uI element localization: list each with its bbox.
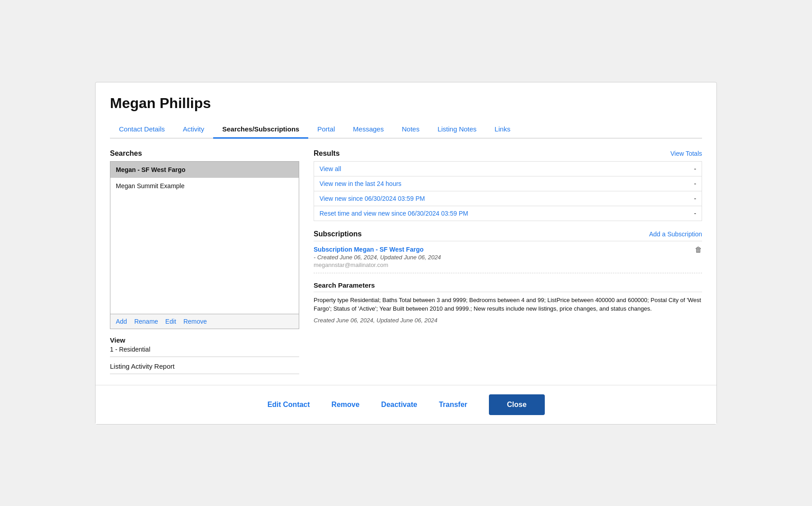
tab-bar: Contact Details Activity Searches/Subscr… bbox=[110, 121, 702, 139]
subscriptions-header: Subscriptions Add a Subscription bbox=[314, 230, 702, 241]
rename-search-button[interactable]: Rename bbox=[134, 318, 158, 325]
subscription-item-0: Subscription Megan - SF West Fargo - Cre… bbox=[314, 246, 702, 273]
result-dash-0: - bbox=[694, 165, 696, 172]
edit-contact-button[interactable]: Edit Contact bbox=[267, 401, 310, 409]
footer: Edit Contact Remove Deactivate Transfer … bbox=[96, 385, 716, 424]
result-item-reset-time: Reset time and view new since 06/30/2024… bbox=[314, 206, 702, 221]
result-dash-3: - bbox=[694, 210, 696, 217]
subscription-meta-0: - Created June 06, 2024, Updated June 06… bbox=[314, 254, 702, 261]
result-item-since-date: View new since 06/30/2024 03:59 PM - bbox=[314, 191, 702, 206]
search-item-summit-example[interactable]: Megan Summit Example bbox=[110, 178, 299, 194]
lar-section: Listing Activity Report bbox=[110, 362, 299, 374]
subscription-email-0: megannstar@mailinator.com bbox=[314, 262, 702, 268]
edit-search-button[interactable]: Edit bbox=[165, 318, 176, 325]
delete-subscription-icon[interactable]: 🗑 bbox=[695, 246, 702, 254]
result-dash-1: - bbox=[694, 180, 696, 187]
search-list: Megan - SF West Fargo Megan Summit Examp… bbox=[110, 161, 299, 314]
remove-search-button[interactable]: Remove bbox=[183, 318, 207, 325]
results-header: Results View Totals bbox=[314, 149, 702, 158]
tab-links[interactable]: Links bbox=[486, 121, 520, 139]
result-item-view-all: View all - bbox=[314, 162, 702, 176]
view-last-24h-link[interactable]: View new in the last 24 hours bbox=[319, 180, 401, 187]
view-since-date-link[interactable]: View new since 06/30/2024 03:59 PM bbox=[319, 195, 425, 202]
close-button[interactable]: Close bbox=[489, 394, 545, 415]
tab-contact-details[interactable]: Contact Details bbox=[110, 121, 174, 139]
search-parameters-section: Search Parameters Property type Resident… bbox=[314, 281, 702, 324]
add-subscription-link[interactable]: Add a Subscription bbox=[649, 230, 702, 238]
page-title: Megan Phillips bbox=[110, 95, 702, 112]
remove-button[interactable]: Remove bbox=[332, 401, 360, 409]
search-actions: Add Rename Edit Remove bbox=[110, 314, 299, 329]
right-panel: Results View Totals View all - View new … bbox=[314, 149, 702, 374]
subscription-name-0[interactable]: Subscription Megan - SF West Fargo bbox=[314, 246, 702, 253]
main-window: Megan Phillips Contact Details Activity … bbox=[95, 82, 717, 425]
left-panel: Searches Megan - SF West Fargo Megan Sum… bbox=[110, 149, 299, 374]
main-content: Searches Megan - SF West Fargo Megan Sum… bbox=[96, 139, 716, 385]
view-value: 1 - Residential bbox=[110, 346, 299, 357]
result-item-last-24h: View new in the last 24 hours - bbox=[314, 176, 702, 191]
add-search-button[interactable]: Add bbox=[116, 318, 127, 325]
view-label: View bbox=[110, 336, 299, 344]
search-item-sf-west-fargo[interactable]: Megan - SF West Fargo bbox=[110, 162, 299, 178]
tab-searches-subscriptions[interactable]: Searches/Subscriptions bbox=[213, 121, 308, 139]
view-section: View 1 - Residential bbox=[110, 336, 299, 357]
results-list: View all - View new in the last 24 hours… bbox=[314, 161, 702, 221]
header: Megan Phillips Contact Details Activity … bbox=[96, 82, 716, 139]
searches-title: Searches bbox=[110, 149, 299, 158]
view-all-link[interactable]: View all bbox=[319, 165, 341, 172]
search-parameters-dates: Created June 06, 2024, Updated June 06, … bbox=[314, 317, 702, 324]
result-dash-2: - bbox=[694, 195, 696, 202]
tab-activity[interactable]: Activity bbox=[174, 121, 214, 139]
lar-label: Listing Activity Report bbox=[110, 362, 299, 374]
view-totals-link[interactable]: View Totals bbox=[671, 150, 702, 157]
tab-listing-notes[interactable]: Listing Notes bbox=[429, 121, 486, 139]
subscriptions-title: Subscriptions bbox=[314, 230, 362, 238]
tab-messages[interactable]: Messages bbox=[344, 121, 392, 139]
reset-time-link[interactable]: Reset time and view new since 06/30/2024… bbox=[319, 210, 468, 217]
tab-portal[interactable]: Portal bbox=[308, 121, 344, 139]
transfer-button[interactable]: Transfer bbox=[439, 401, 467, 409]
tab-notes[interactable]: Notes bbox=[393, 121, 429, 139]
deactivate-button[interactable]: Deactivate bbox=[381, 401, 417, 409]
results-title: Results bbox=[314, 149, 340, 158]
search-parameters-title: Search Parameters bbox=[314, 281, 702, 292]
search-parameters-text: Property type Residential; Baths Total b… bbox=[314, 296, 702, 313]
